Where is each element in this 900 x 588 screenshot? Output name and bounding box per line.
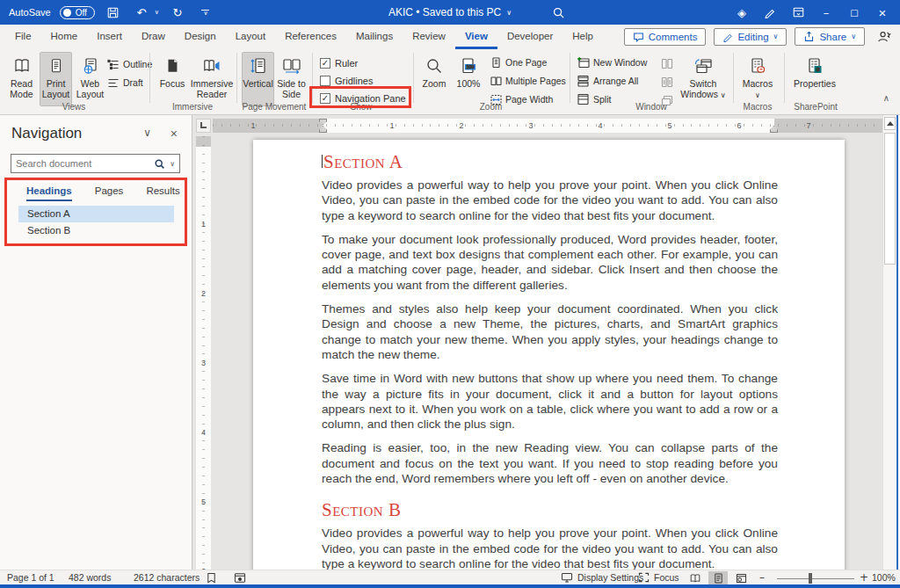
print-layout-view-button[interactable] [708,571,728,584]
tab-selector[interactable] [196,119,211,133]
one-page-button[interactable]: One Page [490,54,547,70]
title-dropdown-icon[interactable]: ∨ [506,9,512,17]
customize-qat-icon[interactable]: ∨ [196,3,215,22]
zoom-percentage[interactable]: 100% [872,572,896,583]
ribbon-tab[interactable]: Mailings [346,25,403,49]
synchronous-scrolling-icon[interactable] [661,74,673,90]
ribbon-tab[interactable]: Insert [87,25,132,49]
maximize-button[interactable]: □ [840,0,868,25]
paragraph[interactable]: To make your document look professionall… [322,232,778,293]
search-document-input[interactable] [16,158,154,169]
designer-diamond-icon[interactable]: ◈ [728,0,756,25]
arrange-all-button[interactable]: Arrange All [577,73,638,89]
outline-button[interactable]: Outline [107,56,152,72]
proofing-status-icon[interactable] [206,572,217,584]
read-mode-view-button[interactable] [686,571,705,584]
search-document-box[interactable]: ∨ [11,154,180,173]
document-page[interactable]: Section A Video provides a powerful way … [253,140,845,570]
side-to-side-button[interactable]: Side to Side [275,52,308,106]
nav-pane-options-chevron-icon[interactable]: ∨ [143,127,151,139]
page-count[interactable]: Page 1 of 1 [7,572,54,583]
svg-text:S: S [816,66,819,72]
zoom-in-button[interactable]: + [860,571,868,584]
ribbon-tab[interactable]: View [455,25,497,49]
paragraph[interactable]: Save time in Word with new buttons that … [322,371,778,432]
ribbon-tab[interactable]: Layout [226,25,276,49]
view-side-by-side-icon[interactable] [661,55,673,71]
close-button[interactable]: × [868,0,896,25]
new-window-button[interactable]: New Window [577,54,647,70]
read-mode-button[interactable]: Read Mode [5,52,38,106]
redo-icon[interactable]: ↻ [168,3,187,22]
zoom-slider-thumb[interactable] [809,573,812,584]
zoom-out-button[interactable]: – [759,571,765,584]
nav-pane-close-icon[interactable]: × [171,127,178,141]
focus-mode-button[interactable]: Focus [638,572,679,583]
pen-icon[interactable] [756,0,784,25]
focus-button[interactable]: Focus [156,52,189,106]
search-submit-icon[interactable] [154,158,165,170]
gridlines-checkbox[interactable]: Gridlines [320,74,373,88]
group-separator [149,53,150,103]
ribbon-display-options-icon[interactable] [784,0,812,25]
paragraph[interactable]: Video provides a powerful way to help yo… [322,526,778,570]
ribbon-tab[interactable]: Review [403,25,455,49]
properties-button[interactable]: S Properties [789,52,840,106]
search-icon[interactable] [548,3,568,22]
nav-heading-item[interactable]: Section B [18,222,174,239]
vertical-ruler[interactable]: 123456 [196,136,211,570]
toggle-knob-icon [63,9,71,17]
undo-dropdown-icon[interactable]: ∨ [155,9,159,16]
ribbon-tab[interactable]: Design [175,25,226,49]
scrollbar-thumb[interactable] [884,133,896,265]
comments-button[interactable]: Comments [624,28,707,46]
scroll-up-button[interactable] [884,117,896,130]
editing-button[interactable]: Editing ∨ [714,28,787,46]
nav-tab[interactable]: Headings [26,185,72,201]
horizontal-ruler[interactable]: 11234567 [213,119,882,133]
macros-icon [749,55,766,76]
word-count[interactable]: 482 words [69,572,111,583]
web-layout-button[interactable]: Web Layout [74,52,106,106]
character-count[interactable]: 2612 characters [134,572,200,583]
focus-icon [164,55,180,76]
feedback-person-icon[interactable] [876,30,891,43]
paragraph[interactable]: Video provides a powerful way to help yo… [322,178,778,223]
ribbon-tab[interactable]: Home [41,25,88,49]
print-layout-button[interactable]: Print Layout [40,52,72,106]
collapse-ribbon-icon[interactable]: ∧ [883,93,889,103]
paragraph[interactable]: Themes and styles also help keep your do… [322,301,778,362]
minimize-button[interactable]: – [812,0,840,25]
zoom-button[interactable]: Zoom [418,52,450,106]
zoom-100-button[interactable]: 100 100% [452,52,485,106]
nav-tab[interactable]: Pages [95,185,124,201]
undo-icon[interactable]: ↶ [132,3,151,22]
vertical-scrollbar[interactable] [882,115,896,570]
side-to-side-icon [282,55,301,76]
vertical-button[interactable]: Vertical [242,52,274,106]
save-icon[interactable] [104,3,123,22]
web-layout-view-button[interactable] [731,571,751,584]
multiple-pages-button[interactable]: Multiple Pages [490,73,566,89]
ruler-checkbox[interactable]: ✓ Ruler [320,56,358,70]
ribbon-tab[interactable]: Help [562,25,603,49]
section-heading[interactable]: Section A [322,151,778,173]
autosave-toggle[interactable]: Off [60,6,95,19]
draft-button[interactable]: Draft [107,75,143,91]
zoom-slider-track[interactable] [777,578,854,579]
nav-heading-item[interactable]: Section A [18,206,174,222]
paragraph[interactable]: Reading is easier, too, in the new Readi… [322,440,778,486]
nav-tab[interactable]: Results [146,185,179,201]
macro-recording-icon[interactable] [234,572,246,584]
ribbon-tab[interactable]: References [275,25,346,49]
macros-button[interactable]: Macros∨ [738,52,777,106]
ribbon-tab[interactable]: Draw [132,25,175,49]
share-button[interactable]: Share ∨ [795,27,865,46]
ribbon-tab[interactable]: File [5,25,41,49]
immersive-reader-button[interactable]: Immersive Reader [190,52,234,106]
search-options-chevron-icon[interactable]: ∨ [170,160,175,168]
ribbon-tab[interactable]: Developer [497,25,562,49]
section-heading[interactable]: Section B [322,499,778,521]
switch-windows-button[interactable]: Switch Windows ∨ [679,52,728,106]
display-settings-button[interactable]: Display Settings [561,572,643,583]
